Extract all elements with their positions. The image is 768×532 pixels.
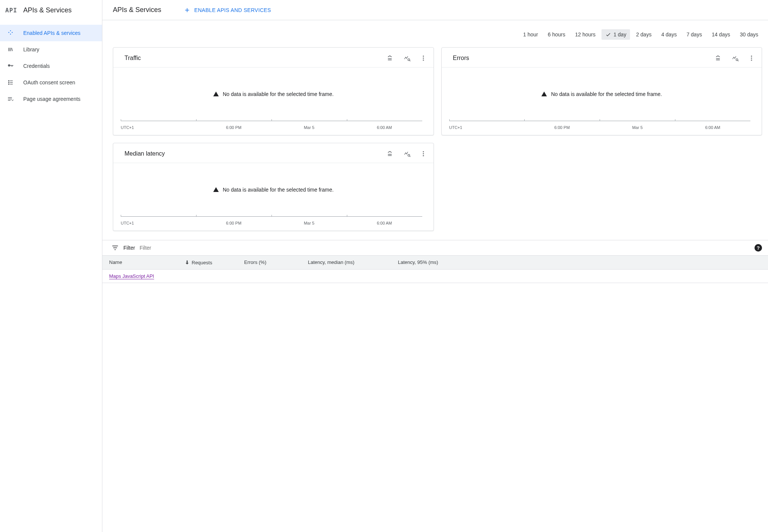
time-range-label: 1 day	[614, 31, 626, 37]
time-range-2d[interactable]: 2 days	[632, 29, 655, 40]
expand-chart-icon[interactable]	[404, 150, 411, 157]
nodata-text: No data is available for the selected ti…	[223, 187, 334, 193]
sidebar: API APIs & Services Enabled APIs & servi…	[0, 0, 102, 532]
nodata-text: No data is available for the selected ti…	[223, 91, 334, 97]
time-range-14d[interactable]: 14 days	[708, 29, 734, 40]
nodata-message: No data is available for the selected ti…	[113, 67, 434, 121]
col-requests[interactable]: Requests	[184, 259, 244, 265]
time-range-label: 6 hours	[548, 31, 566, 37]
chart-cards: Traffic No data is available for the sel…	[102, 47, 768, 238]
sidebar-header: API APIs & Services	[0, 0, 102, 20]
time-range-12h[interactable]: 12 hours	[571, 29, 599, 40]
time-range-4d[interactable]: 4 days	[657, 29, 680, 40]
svg-point-3	[751, 55, 752, 57]
enable-apis-label: ENABLE APIS AND SERVICES	[194, 7, 271, 13]
latency-card: Median latency No data is available for …	[113, 143, 434, 231]
axis-tick-label: 6:00 AM	[347, 221, 422, 225]
x-axis	[121, 216, 422, 219]
sort-desc-icon	[184, 259, 190, 265]
main-header: APIs & Services ENABLE APIS AND SERVICES	[102, 0, 768, 20]
card-title: Errors	[453, 55, 470, 61]
card-actions	[387, 54, 427, 62]
card-header: Median latency	[113, 143, 434, 163]
cell-latency-p95	[398, 273, 762, 279]
filter-icon	[111, 244, 119, 252]
filter-label: Filter	[123, 245, 135, 251]
card-title: Median latency	[124, 150, 165, 157]
sidebar-item-page-usage[interactable]: Page usage agreements	[0, 91, 102, 107]
errors-card: Errors No data is available for the sele…	[441, 47, 762, 135]
sidebar-item-library[interactable]: Library	[0, 41, 102, 58]
time-range-label: 1 hour	[523, 31, 538, 37]
main: APIs & Services ENABLE APIS AND SERVICES…	[102, 0, 768, 532]
axis-tick-label: 6:00 PM	[196, 221, 272, 225]
card-body: No data is available for the selected ti…	[442, 67, 762, 135]
time-range-label: 30 days	[740, 31, 758, 37]
axis-tick-label: UTC+1	[121, 125, 196, 130]
api-link[interactable]: Maps JavaScript API	[109, 273, 154, 279]
expand-chart-icon[interactable]	[404, 54, 411, 62]
svg-point-6	[423, 151, 424, 152]
x-axis	[121, 121, 422, 123]
more-vert-icon[interactable]	[748, 55, 755, 61]
axis-tick-label: Mar 5	[272, 221, 347, 225]
svg-point-7	[423, 153, 424, 154]
axis-tick-label: Mar 5	[272, 125, 347, 130]
col-latency-p95[interactable]: Latency, 95% (ms)	[398, 259, 762, 265]
axis-labels: UTC+1 6:00 PM Mar 5 6:00 AM	[113, 125, 434, 135]
more-vert-icon[interactable]	[420, 55, 427, 61]
dashboard-icon	[7, 29, 14, 37]
axis-tick-label: UTC+1	[449, 125, 525, 130]
sidebar-item-label: Credentials	[23, 63, 50, 69]
sidebar-item-label: Page usage agreements	[23, 96, 81, 102]
time-range-label: 7 days	[687, 31, 702, 37]
time-range-selector: 1 hour 6 hours 12 hours 1 day 2 days 4 d…	[102, 29, 768, 47]
card-body: No data is available for the selected ti…	[113, 67, 434, 135]
api-logo-icon: API	[5, 7, 17, 14]
legend-toggle-icon[interactable]	[715, 54, 723, 62]
legend-toggle-icon[interactable]	[387, 150, 394, 157]
sidebar-item-oauth[interactable]: OAuth consent screen	[0, 74, 102, 91]
expand-chart-icon[interactable]	[732, 54, 739, 62]
sidebar-item-credentials[interactable]: Credentials	[0, 58, 102, 74]
svg-point-8	[423, 155, 424, 156]
sidebar-item-enabled-apis[interactable]: Enabled APIs & services	[0, 25, 102, 41]
time-range-1d[interactable]: 1 day	[602, 29, 630, 40]
more-vert-icon[interactable]	[420, 150, 427, 157]
nodata-message: No data is available for the selected ti…	[442, 67, 762, 121]
time-range-1h[interactable]: 1 hour	[519, 29, 542, 40]
card-body: No data is available for the selected ti…	[113, 163, 434, 231]
cell-requests	[184, 273, 244, 279]
api-table: Name Requests Errors (%) Latency, median…	[102, 256, 768, 283]
col-name[interactable]: Name	[109, 259, 184, 265]
time-range-label: 14 days	[712, 31, 730, 37]
cell-latency-median	[308, 273, 398, 279]
key-icon	[7, 62, 14, 70]
card-title: Traffic	[124, 55, 141, 61]
axis-tick-label: Mar 5	[600, 125, 675, 130]
filter-input[interactable]	[140, 245, 750, 251]
enable-apis-button[interactable]: ENABLE APIS AND SERVICES	[184, 7, 271, 13]
nodata-text: No data is available for the selected ti…	[551, 91, 662, 97]
time-range-6h[interactable]: 6 hours	[544, 29, 569, 40]
col-latency-median[interactable]: Latency, median (ms)	[308, 259, 398, 265]
axis-tick-label: 6:00 PM	[524, 125, 600, 130]
table-header: Name Requests Errors (%) Latency, median…	[102, 256, 768, 270]
nodata-message: No data is available for the selected ti…	[113, 163, 434, 216]
svg-point-2	[423, 60, 424, 61]
svg-point-5	[751, 60, 752, 61]
time-range-7d[interactable]: 7 days	[683, 29, 706, 40]
col-errors[interactable]: Errors (%)	[244, 259, 308, 265]
axis-tick-label: 6:00 PM	[196, 125, 272, 130]
agreement-icon	[7, 95, 14, 103]
table-row[interactable]: Maps JavaScript API	[102, 270, 768, 283]
card-header: Traffic	[113, 48, 434, 67]
legend-toggle-icon[interactable]	[387, 54, 394, 62]
svg-point-1	[423, 58, 424, 59]
sidebar-item-label: Library	[23, 46, 39, 52]
axis-tick-label: UTC+1	[121, 221, 196, 225]
card-actions	[715, 54, 755, 62]
help-icon[interactable]: ?	[754, 244, 762, 252]
card-actions	[387, 150, 427, 157]
time-range-30d[interactable]: 30 days	[736, 29, 762, 40]
